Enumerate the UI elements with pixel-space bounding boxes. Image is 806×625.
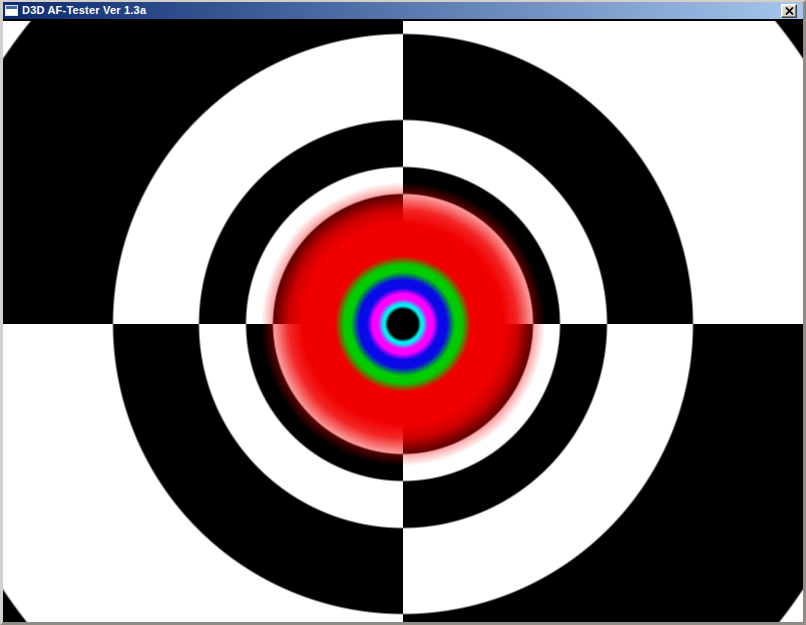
close-icon [785, 7, 794, 15]
app-window: D3D AF-Tester Ver 1.3a [0, 0, 806, 625]
titlebar[interactable]: D3D AF-Tester Ver 1.3a [3, 2, 803, 19]
window-application-icon[interactable] [5, 5, 18, 16]
window-application-icon-bar [6, 6, 17, 9]
close-button[interactable] [781, 4, 797, 18]
window-title: D3D AF-Tester Ver 1.3a [22, 2, 146, 19]
af-test-viewport [3, 21, 803, 624]
mip-center-rings [3, 21, 803, 624]
